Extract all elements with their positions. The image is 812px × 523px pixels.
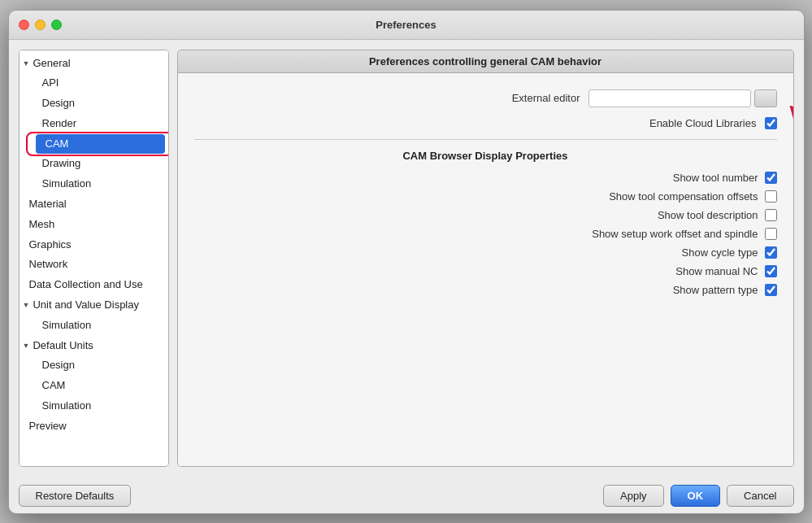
checkbox-label-show-cycle-type: Show cycle type — [682, 246, 758, 259]
browse-button[interactable] — [754, 89, 777, 107]
sidebar-item-uv-simulation[interactable]: Simulation — [33, 316, 168, 336]
sidebar-label-default-units: Default Units — [33, 338, 93, 355]
enable-cloud-row: Enable Cloud Libraries — [194, 117, 777, 129]
checkbox-row-show-tool-description: Show tool description — [194, 209, 777, 221]
checkbox-input-show-tool-number[interactable] — [765, 172, 777, 184]
bottom-right-buttons: Apply OK Cancel — [603, 485, 794, 507]
sidebar-children-default-units: Design CAM Simulation — [20, 355, 168, 416]
sidebar-item-graphics[interactable]: Graphics — [20, 235, 168, 255]
minimize-button[interactable] — [35, 20, 46, 30]
sidebar-group-unit-value: ▼ Unit and Value Display Simulation — [20, 295, 168, 336]
sidebar-item-drawing[interactable]: Drawing — [33, 154, 168, 174]
cancel-button[interactable]: Cancel — [727, 485, 793, 507]
triangle-icon-unit-value: ▼ — [23, 299, 30, 311]
external-editor-input[interactable] — [588, 89, 751, 107]
checkbox-label-show-setup-work-offset: Show setup work offset and spindle — [592, 228, 758, 240]
enable-cloud-control — [765, 117, 777, 129]
sidebar-item-preview[interactable]: Preview — [20, 416, 168, 437]
checkbox-label-show-pattern-type: Show pattern type — [673, 284, 758, 296]
sidebar-item-du-cam[interactable]: CAM — [33, 376, 168, 396]
sidebar-item-mesh[interactable]: Mesh — [20, 215, 168, 235]
checkbox-label-show-manual-nc: Show manual NC — [675, 265, 758, 277]
subsection-title: CAM Browser Display Properties — [194, 150, 777, 162]
checkbox-row-show-pattern-type: Show pattern type — [194, 284, 777, 296]
sidebar-item-general[interactable]: ▼ General — [20, 54, 168, 74]
checkbox-label-show-tool-number: Show tool number — [673, 172, 758, 184]
checkbox-input-show-setup-work-offset[interactable] — [765, 228, 777, 240]
checkbox-input-show-tool-compensation[interactable] — [765, 190, 777, 203]
sidebar-item-simulation-general[interactable]: Simulation — [33, 174, 168, 194]
ok-button[interactable]: OK — [671, 485, 721, 507]
checkbox-row-show-tool-compensation: Show tool compensation offsets — [194, 190, 777, 203]
external-editor-label: External editor — [426, 92, 588, 104]
checkbox-input-show-manual-nc[interactable] — [765, 265, 777, 277]
main-content: Preferences controlling general CAM beha… — [177, 50, 794, 467]
window-title: Preferences — [376, 19, 436, 31]
sidebar-item-data-collection[interactable]: Data Collection and Use — [20, 275, 168, 295]
sidebar: ▼ General API Design Render CAM — [19, 50, 169, 467]
maximize-button[interactable] — [51, 20, 62, 30]
section-header: Preferences controlling general CAM beha… — [177, 50, 794, 73]
sidebar-item-cam[interactable]: CAM — [36, 134, 165, 155]
bottom-bar: Restore Defaults Apply OK Cancel — [9, 477, 804, 513]
checkbox-row-show-tool-number: Show tool number — [194, 172, 777, 184]
sidebar-item-api[interactable]: API — [33, 73, 168, 94]
traffic-lights — [19, 20, 62, 30]
restore-defaults-button[interactable]: Restore Defaults — [19, 485, 132, 507]
checkbox-input-show-tool-description[interactable] — [765, 209, 777, 221]
triangle-icon-default-units: ▼ — [23, 340, 30, 351]
sidebar-item-default-units[interactable]: ▼ Default Units — [20, 336, 168, 356]
preferences-window: Preferences ▼ General API Design — [8, 10, 805, 514]
annotation-arrow — [781, 73, 794, 125]
sidebar-label-unit-value: Unit and Value Display — [33, 297, 139, 314]
checkbox-input-show-cycle-type[interactable] — [765, 246, 777, 259]
section-body: External editor Enable Cloud Libraries — [177, 73, 794, 467]
sidebar-item-network[interactable]: Network — [20, 255, 168, 275]
window-body: ▼ General API Design Render CAM — [9, 40, 804, 477]
apply-button[interactable]: Apply — [603, 485, 664, 507]
checkbox-rows: Show tool numberShow tool compensation o… — [194, 172, 777, 296]
cam-highlight-container: CAM — [33, 134, 168, 155]
divider — [194, 139, 777, 140]
checkbox-row-show-cycle-type: Show cycle type — [194, 246, 777, 259]
sidebar-group-general: ▼ General API Design Render CAM — [20, 54, 168, 195]
external-editor-row: External editor — [194, 89, 777, 107]
close-button[interactable] — [19, 20, 29, 30]
checkbox-row-show-manual-nc: Show manual NC — [194, 265, 777, 277]
checkbox-row-show-setup-work-offset: Show setup work offset and spindle — [194, 228, 777, 240]
external-editor-control — [588, 89, 777, 107]
enable-cloud-label: Enable Cloud Libraries — [602, 117, 765, 129]
titlebar: Preferences — [9, 11, 804, 40]
checkbox-label-show-tool-description: Show tool description — [658, 209, 758, 221]
sidebar-item-material[interactable]: Material — [20, 194, 168, 215]
sidebar-item-du-simulation[interactable]: Simulation — [33, 396, 168, 416]
sidebar-item-design[interactable]: Design — [33, 94, 168, 114]
checkbox-input-show-pattern-type[interactable] — [765, 284, 777, 296]
triangle-icon-general: ▼ — [23, 58, 30, 69]
sidebar-item-render[interactable]: Render — [33, 114, 168, 134]
sidebar-children-unit-value: Simulation — [20, 316, 168, 336]
checkbox-label-show-tool-compensation: Show tool compensation offsets — [609, 190, 758, 203]
sidebar-item-du-design[interactable]: Design — [33, 355, 168, 376]
enable-cloud-checkbox[interactable] — [765, 117, 777, 129]
sidebar-item-unit-value[interactable]: ▼ Unit and Value Display — [20, 295, 168, 316]
sidebar-children-general: API Design Render CAM Drawing — [20, 73, 168, 194]
sidebar-group-default-units: ▼ Default Units Design CAM Simulation — [20, 336, 168, 416]
sidebar-label-general: General — [33, 55, 70, 72]
